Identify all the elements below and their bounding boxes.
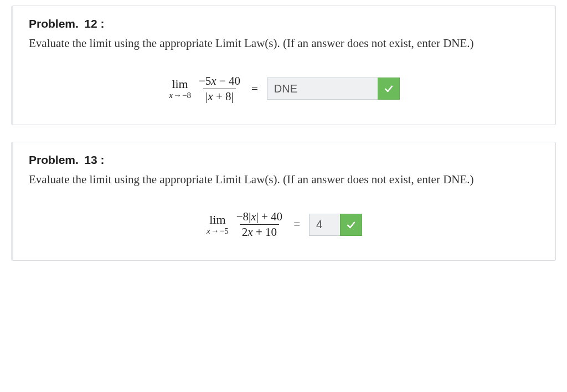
problem-header: Problem. 13 : bbox=[29, 153, 540, 167]
correct-badge bbox=[340, 214, 362, 236]
answer-input[interactable] bbox=[309, 214, 340, 236]
answer-group bbox=[267, 78, 400, 100]
limit-operator: lim x→−8 bbox=[169, 78, 191, 100]
numerator: −5x − 40 bbox=[197, 75, 243, 89]
lim-word: lim bbox=[172, 78, 188, 90]
limit-operator: lim x→−5 bbox=[207, 214, 229, 235]
fraction: −5x − 40 |x + 8| bbox=[197, 75, 243, 102]
problem-card: Problem. 13 : Evaluate the limit using t… bbox=[11, 142, 556, 261]
fraction: −8|x| + 40 2x + 10 bbox=[234, 211, 285, 238]
equation-row: lim x→−8 −5x − 40 |x + 8| = bbox=[29, 75, 540, 102]
numerator: −8|x| + 40 bbox=[234, 211, 285, 224]
problem-card: Problem. 12 : Evaluate the limit using t… bbox=[11, 6, 556, 125]
lim-subscript: x→−5 bbox=[207, 227, 229, 235]
problem-header: Problem. 12 : bbox=[29, 17, 540, 31]
equals-sign: = bbox=[248, 82, 261, 96]
problem-number: 13 : bbox=[84, 153, 104, 166]
answer-group bbox=[309, 214, 362, 236]
problem-prompt: Evaluate the limit using the appropriate… bbox=[29, 171, 540, 189]
problem-prompt: Evaluate the limit using the appropriate… bbox=[29, 34, 540, 53]
problem-label: Problem. bbox=[29, 153, 79, 166]
lim-subscript: x→−8 bbox=[169, 91, 191, 100]
problem-number: 12 : bbox=[84, 17, 104, 30]
denominator: 2x + 10 bbox=[240, 224, 279, 238]
correct-badge bbox=[378, 78, 400, 100]
equals-sign: = bbox=[290, 218, 303, 231]
answer-input[interactable] bbox=[267, 78, 378, 100]
lim-word: lim bbox=[209, 214, 225, 226]
checkmark-icon bbox=[346, 219, 357, 230]
checkmark-icon bbox=[383, 83, 394, 94]
problem-label: Problem. bbox=[29, 17, 79, 30]
denominator: |x + 8| bbox=[203, 89, 236, 102]
equation-row: lim x→−5 −8|x| + 40 2x + 10 = bbox=[29, 211, 540, 238]
